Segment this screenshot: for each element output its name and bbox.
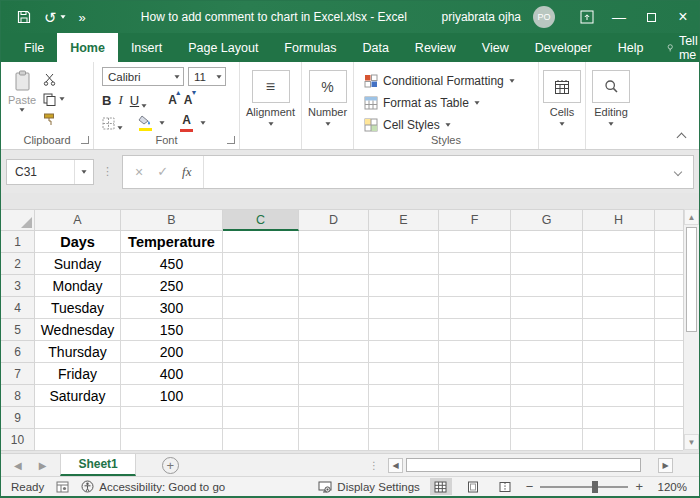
user-name[interactable]: priyabrata ojha — [442, 10, 521, 24]
cell-D5[interactable] — [299, 319, 369, 341]
zoom-slider-thumb[interactable] — [592, 481, 598, 493]
cell-F4[interactable] — [439, 297, 511, 319]
cell-C10[interactable] — [223, 429, 299, 451]
cell-E2[interactable] — [369, 253, 439, 275]
column-header-E[interactable]: E — [369, 209, 439, 231]
cell-H9[interactable] — [583, 407, 655, 429]
cell-D6[interactable] — [299, 341, 369, 363]
cell-A3[interactable]: Monday — [35, 275, 121, 297]
cell-F9[interactable] — [439, 407, 511, 429]
cells-chevron-icon[interactable] — [559, 122, 564, 125]
cell-C7[interactable] — [223, 363, 299, 385]
insert-function-icon[interactable]: fx — [182, 164, 191, 180]
horizontal-scroll-track[interactable] — [403, 458, 658, 473]
cell-A10[interactable] — [35, 429, 121, 451]
cell-C4[interactable] — [223, 297, 299, 319]
row-header-6[interactable]: 6 — [1, 341, 35, 363]
cell-G8[interactable] — [511, 385, 583, 407]
collapse-ribbon-icon[interactable] — [677, 133, 687, 143]
scroll-right-icon[interactable]: ▶ — [658, 458, 673, 473]
row-header-4[interactable]: 4 — [1, 297, 35, 319]
cell-G10[interactable] — [511, 429, 583, 451]
paste-chevron-icon[interactable] — [19, 108, 24, 111]
undo-chevron-icon[interactable] — [60, 15, 65, 18]
cell-B5[interactable]: 150 — [121, 319, 223, 341]
cell-A2[interactable]: Sunday — [35, 253, 121, 275]
cell-B9[interactable] — [121, 407, 223, 429]
row-header-2[interactable]: 2 — [1, 253, 35, 275]
undo-button[interactable]: ↺ — [44, 10, 66, 25]
row-header-7[interactable]: 7 — [1, 363, 35, 385]
cell-A6[interactable]: Thursday — [35, 341, 121, 363]
zoom-out-icon[interactable]: − — [526, 479, 534, 494]
decrease-font-button[interactable]: A▼ — [184, 93, 193, 107]
tab-help[interactable]: Help — [605, 33, 657, 62]
cut-button[interactable] — [43, 72, 65, 86]
cell-E5[interactable] — [369, 319, 439, 341]
cell-G6[interactable] — [511, 341, 583, 363]
fill-color-chevron-icon[interactable] — [159, 121, 164, 124]
vertical-scroll-track[interactable] — [684, 225, 699, 434]
row-header-5[interactable]: 5 — [1, 319, 35, 341]
cell-G2[interactable] — [511, 253, 583, 275]
enter-formula-icon[interactable]: ✓ — [157, 164, 168, 179]
close-button[interactable]: × — [667, 1, 699, 33]
font-size-select[interactable]: 11 — [188, 67, 226, 86]
cell-H8[interactable] — [583, 385, 655, 407]
tab-formulas[interactable]: Formulas — [271, 33, 349, 62]
alignment-chevron-icon[interactable] — [268, 122, 273, 125]
zoom-level[interactable]: 120% — [653, 481, 687, 493]
tab-home[interactable]: Home — [57, 33, 118, 62]
cell-A9[interactable] — [35, 407, 121, 429]
cell-E9[interactable] — [369, 407, 439, 429]
cell-D1[interactable] — [299, 231, 369, 253]
copy-chevron-icon[interactable] — [59, 97, 64, 100]
cell-D7[interactable] — [299, 363, 369, 385]
cell-B10[interactable] — [121, 429, 223, 451]
copy-button[interactable] — [43, 92, 65, 106]
format-as-table-button[interactable]: Format as Table — [364, 92, 538, 114]
cell-G9[interactable] — [511, 407, 583, 429]
horizontal-scroll-thumb[interactable] — [406, 458, 641, 472]
alignment-button[interactable]: ≡ — [252, 70, 290, 103]
sheet-tab-sheet1[interactable]: Sheet1 — [60, 454, 135, 476]
normal-view-button[interactable] — [430, 478, 452, 495]
font-color-button[interactable]: A — [180, 114, 193, 132]
formula-bar-splitter[interactable]: ⋮ — [102, 165, 114, 178]
display-settings-button[interactable]: Display Settings — [318, 481, 419, 493]
alignment-group[interactable]: ≡ Alignment — [240, 62, 302, 149]
editing-button[interactable] — [592, 70, 630, 103]
row-header-9[interactable]: 9 — [1, 407, 35, 429]
column-header-B[interactable]: B — [121, 209, 223, 231]
font-name-select[interactable]: Calibri — [102, 67, 184, 86]
tab-file[interactable]: File — [11, 33, 57, 62]
cells-button[interactable] — [543, 70, 581, 103]
cell-G1[interactable] — [511, 231, 583, 253]
cell-F7[interactable] — [439, 363, 511, 385]
cell-C2[interactable] — [223, 253, 299, 275]
cell-D10[interactable] — [299, 429, 369, 451]
row-header-10[interactable]: 10 — [1, 429, 35, 451]
fill-color-button[interactable] — [138, 115, 152, 131]
cell-D3[interactable] — [299, 275, 369, 297]
maximize-button[interactable] — [635, 1, 667, 33]
cell-C5[interactable] — [223, 319, 299, 341]
number-button[interactable]: % — [309, 70, 347, 103]
cell-D9[interactable] — [299, 407, 369, 429]
cell-F8[interactable] — [439, 385, 511, 407]
column-header-D[interactable]: D — [299, 209, 369, 231]
cell-H1[interactable] — [583, 231, 655, 253]
cell-C9[interactable] — [223, 407, 299, 429]
scroll-up-icon[interactable]: ▲ — [684, 209, 699, 225]
cell-F1[interactable] — [439, 231, 511, 253]
cell-C8[interactable] — [223, 385, 299, 407]
formula-input[interactable] — [204, 156, 675, 188]
horizontal-scrollbar[interactable]: ⋮ ◀ ▶ — [369, 454, 699, 476]
cell-E10[interactable] — [369, 429, 439, 451]
cell-E4[interactable] — [369, 297, 439, 319]
tab-data[interactable]: Data — [349, 33, 401, 62]
minimize-button[interactable]: — — [603, 1, 635, 33]
zoom-in-icon[interactable]: + — [635, 479, 643, 494]
formula-bar-expand-icon[interactable] — [674, 167, 682, 175]
cell-H7[interactable] — [583, 363, 655, 385]
